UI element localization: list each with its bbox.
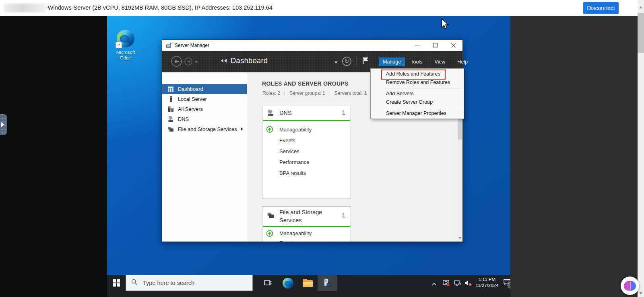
side-panel-handle[interactable] (0, 114, 7, 135)
menu-item-server-manager-properties[interactable]: Server Manager Properties (371, 109, 464, 118)
edge-icon: ↗ (117, 30, 134, 47)
forward-arrow-icon (186, 59, 191, 64)
taskbar-search[interactable] (126, 275, 253, 291)
task-view-button[interactable] (258, 275, 278, 291)
collapse-left-icon (221, 59, 223, 63)
disconnect-button[interactable]: Disconnect (583, 2, 619, 14)
close-button[interactable] (444, 40, 462, 51)
server-manager-taskbar-button[interactable] (318, 275, 337, 291)
window-controls (408, 40, 462, 51)
menu-manage[interactable]: Manage (379, 57, 405, 66)
letterbox-left (0, 16, 107, 297)
services-link[interactable]: Services (262, 146, 351, 157)
volume-muted-tray-icon[interactable] (464, 280, 472, 288)
menu-tools[interactable]: Tools (407, 57, 426, 66)
maximize-icon (433, 43, 438, 47)
manageability-link[interactable]: Manageability (262, 124, 351, 135)
taskbar-clock[interactable]: 1:11 PM 11/27/2024 (474, 277, 500, 289)
tray-chevron-icon[interactable] (431, 281, 437, 288)
expand-right-icon (1, 122, 4, 127)
expand-arrow-icon[interactable] (241, 127, 243, 131)
network-tray-icon[interactable] (454, 280, 461, 288)
menu-item-add-servers[interactable]: Add Servers (371, 90, 464, 98)
task-view-icon (264, 280, 272, 286)
back-arrow-icon (174, 59, 180, 64)
sidebar-label: File and Storage Services (178, 126, 237, 132)
menu-item-remove-roles-and-features[interactable]: Remove Roles and Features (371, 78, 464, 87)
menu-help[interactable]: Help (453, 57, 472, 66)
console-session-tray-icon[interactable] (443, 280, 450, 288)
browser-scrollbar[interactable] (638, 0, 644, 297)
link-label: Events (279, 137, 295, 143)
file-explorer-icon (303, 279, 313, 287)
assistant-widget-button[interactable] (621, 277, 639, 295)
breadcrumb-caret-icon[interactable] (334, 61, 338, 63)
file-explorer-taskbar-button[interactable] (298, 275, 317, 291)
browser-scrollbar-thumb[interactable] (638, 13, 644, 53)
search-input[interactable] (142, 279, 240, 287)
start-button[interactable] (107, 275, 126, 291)
menu-separator (383, 108, 462, 108)
status-up-icon (266, 126, 273, 133)
maximize-button[interactable] (426, 40, 444, 51)
notifications-flag-icon[interactable] (362, 57, 369, 66)
server-manager-icon (322, 278, 332, 288)
collapse-left-icon (224, 59, 227, 63)
forward-button[interactable] (184, 57, 192, 66)
link-label: Manageability (279, 230, 312, 236)
summary-counts: Roles: 2 Server groups: 1 Servers total:… (262, 90, 367, 96)
edge-taskbar-button[interactable] (278, 275, 297, 291)
menu-item-add-roles-and-features[interactable]: Add Roles and Features (371, 70, 464, 78)
bpa-results-link[interactable]: BPA results (262, 168, 351, 178)
performance-link[interactable]: Performance (262, 157, 351, 168)
window-menu-bar: Manage Tools View Help (379, 57, 472, 66)
notification-count-badge: 1 (508, 282, 510, 289)
breadcrumb-label: Dashboard (231, 56, 268, 65)
history-caret-icon[interactable] (195, 61, 198, 63)
brain-icon (624, 281, 636, 291)
count-separator (285, 91, 285, 96)
events-link[interactable]: Events (262, 238, 351, 242)
scroll-down-icon[interactable] (639, 292, 642, 295)
menu-view[interactable]: View (430, 57, 449, 66)
window-scrollbar-thumb[interactable] (458, 117, 462, 139)
count-separator (330, 91, 330, 96)
file-storage-role-card: File and Storage Services 1 (262, 206, 351, 242)
fss-card-header: File and Storage Services 1 (262, 207, 351, 226)
manage-dropdown-menu: Add Roles and Features Remove Roles and … (370, 68, 464, 119)
sidebar-item-all-servers[interactable]: All Servers (162, 104, 247, 114)
sidebar-label: Dashboard (178, 86, 203, 92)
scroll-down-icon[interactable] (458, 237, 462, 239)
refresh-button[interactable]: ↻ (342, 57, 351, 66)
manageability-link[interactable]: Manageability (262, 229, 351, 238)
file-storage-icon (267, 211, 275, 221)
link-label: Events (279, 240, 295, 242)
events-link[interactable]: Events (262, 135, 351, 146)
sidebar-item-dns[interactable]: DNS (162, 114, 247, 124)
edge-desktop-shortcut[interactable]: ↗ Microsoft Edge (110, 30, 141, 61)
dns-card-header: DNS 1 (262, 106, 351, 120)
minimize-icon (415, 45, 419, 45)
sidebar-item-file-storage-services[interactable]: File and Storage Services (162, 124, 247, 134)
dashboard-grid-icon (167, 86, 174, 92)
fss-card-title[interactable]: File and Storage Services (279, 208, 331, 224)
notification-center-button[interactable]: 1 (503, 279, 510, 287)
minimize-button[interactable] (408, 40, 426, 51)
dns-icon (267, 109, 275, 119)
scroll-up-icon[interactable] (639, 6, 642, 8)
server-info-title: -Windows-Server (2B vCPU, 8192MB RAM, 80… (46, 4, 272, 11)
windows-logo-icon (113, 279, 120, 287)
back-button[interactable] (171, 56, 182, 67)
server-groups-count: Server groups: 1 (289, 90, 325, 96)
fss-server-count: 1 (342, 212, 345, 219)
dns-card-title[interactable]: DNS (279, 109, 331, 117)
dns-server-count: 1 (342, 109, 345, 116)
menu-item-create-server-group[interactable]: Create Server Group (371, 98, 464, 107)
breadcrumb[interactable]: Dashboard (221, 56, 268, 65)
server-manager-app-icon (166, 42, 172, 49)
sidebar-item-local-server[interactable]: Local Server (162, 94, 247, 104)
section-title: ROLES AND SERVER GROUPS (262, 80, 349, 87)
link-label: BPA results (279, 170, 306, 176)
status-up-icon (266, 230, 273, 237)
sidebar-item-dashboard[interactable]: Dashboard (162, 84, 247, 94)
